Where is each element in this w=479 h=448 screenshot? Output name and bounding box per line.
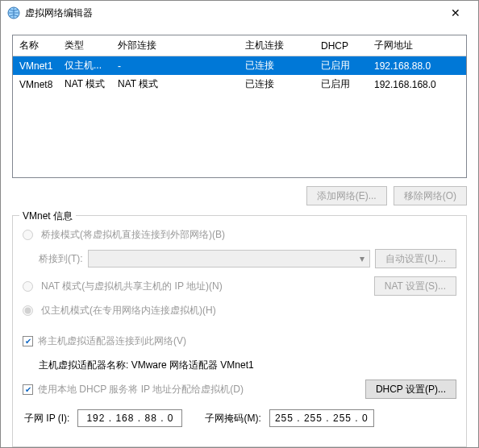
table-row[interactable]: VMnet8 NAT 模式 NAT 模式 已连接 已启用 192.168.168…	[13, 75, 466, 93]
dhcp-checkbox: ✔	[23, 384, 33, 395]
connect-host-label: 将主机虚拟适配器连接到此网络(V)	[38, 334, 186, 348]
network-table[interactable]: 名称 类型 外部连接 主机连接 DHCP 子网地址 VMnet1 仅主机... …	[12, 35, 467, 178]
add-network-button: 添加网络(E)...	[306, 186, 387, 205]
cell: 192.168.168.0	[368, 75, 466, 93]
cell: NAT 模式	[111, 75, 239, 93]
col-subnet[interactable]: 子网地址	[368, 35, 466, 56]
cell: VMnet1	[13, 56, 58, 76]
cell: VMnet8	[13, 75, 58, 93]
cell: 仅主机...	[58, 56, 111, 76]
bridged-label: 桥接模式(将虚拟机直接连接到外部网络)(B)	[41, 228, 225, 242]
col-ext[interactable]: 外部连接	[111, 35, 239, 56]
bridged-radio	[23, 230, 33, 240]
bridged-to-label: 桥接到(T):	[39, 252, 83, 266]
cell: -	[111, 56, 239, 76]
nat-radio	[23, 281, 33, 292]
subnet-ip-label: 子网 IP (I):	[24, 412, 69, 425]
subnet-mask-label: 子网掩码(M):	[205, 412, 260, 425]
col-name[interactable]: 名称	[13, 35, 58, 56]
subnet-mask-input[interactable]	[269, 409, 374, 427]
col-type[interactable]: 类型	[58, 35, 111, 56]
col-dhcp[interactable]: DHCP	[314, 35, 368, 56]
app-icon	[7, 6, 20, 19]
cell: 已连接	[239, 56, 314, 76]
connect-host-checkbox: ✔	[23, 336, 33, 346]
adapter-name: 主机虚拟适配器名称: VMware 网络适配器 VMnet1	[39, 359, 254, 372]
vmnet-info-title: VMnet 信息	[19, 209, 76, 223]
cell: 192.168.88.0	[368, 56, 466, 76]
nat-settings-button: NAT 设置(S)...	[374, 276, 456, 296]
close-button[interactable]: ✕	[439, 2, 472, 24]
window-title: 虚拟网络编辑器	[25, 6, 93, 20]
table-row[interactable]: VMnet1 仅主机... - 已连接 已启用 192.168.88.0	[13, 56, 466, 76]
hostonly-radio	[23, 305, 33, 316]
dhcp-settings-button[interactable]: DHCP 设置(P)...	[365, 380, 456, 399]
auto-settings-button: 自动设置(U)...	[375, 249, 456, 268]
cell: 已连接	[239, 75, 314, 93]
bridged-to-combo	[88, 250, 371, 268]
cell: 已启用	[314, 75, 368, 93]
remove-network-button: 移除网络(O)	[394, 186, 467, 205]
col-host[interactable]: 主机连接	[239, 35, 314, 56]
hostonly-label: 仅主机模式(在专用网络内连接虚拟机)(H)	[41, 304, 216, 317]
cell: 已启用	[314, 56, 368, 76]
nat-label: NAT 模式(与虚拟机共享主机的 IP 地址)(N)	[41, 280, 223, 293]
cell: NAT 模式	[58, 75, 111, 93]
dhcp-label: 使用本地 DHCP 服务将 IP 地址分配给虚拟机(D)	[38, 383, 244, 396]
subnet-ip-input[interactable]	[77, 409, 182, 427]
